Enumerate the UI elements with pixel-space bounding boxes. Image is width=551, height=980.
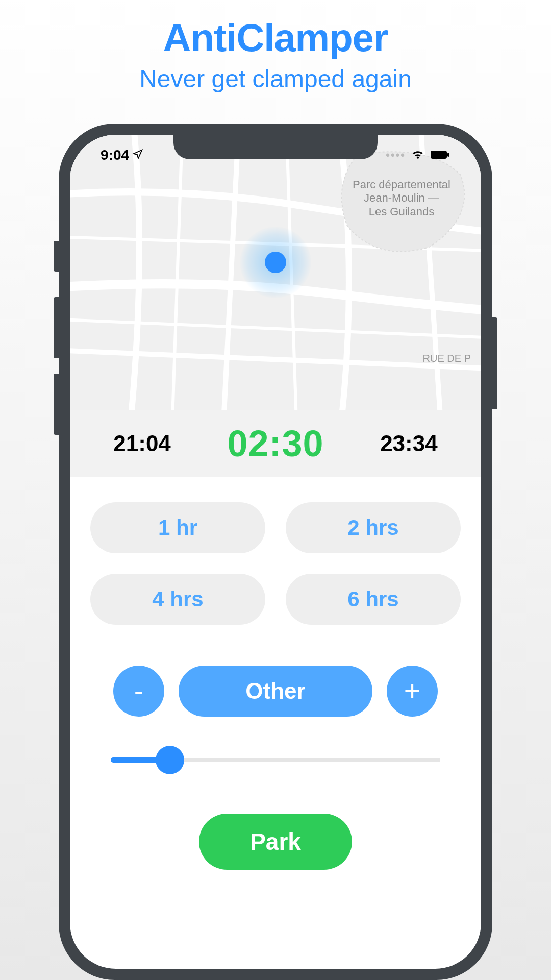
other-button[interactable]: Other (179, 666, 372, 717)
cellular-dots-icon: •••• (386, 149, 406, 162)
app-subtitle: Never get clamped again (139, 65, 412, 93)
svg-rect-0 (431, 151, 447, 159)
map-view[interactable]: Parc départemental Jean-Moulin — Les Gui… (70, 135, 481, 410)
preset-grid: 1 hr 2 hrs 4 hrs 6 hrs (70, 477, 481, 640)
map-street-label: RUE DE P (423, 353, 471, 364)
location-arrow-icon (132, 147, 143, 163)
end-time: 23:34 (380, 431, 438, 456)
wifi-icon (411, 147, 425, 163)
phone-notch (173, 135, 378, 159)
phone-screen: 9:04 •••• (70, 135, 481, 969)
map-park-label-line3: Les Guilands (353, 205, 450, 218)
start-time: 21:04 (113, 431, 171, 456)
map-park-label: Parc départemental Jean-Moulin — Les Gui… (353, 178, 450, 218)
phone-volume-up (54, 297, 59, 358)
other-row: - Other + (70, 640, 481, 732)
preset-4hrs-button[interactable]: 4 hrs (90, 574, 265, 625)
preset-2hrs-button[interactable]: 2 hrs (286, 502, 461, 553)
map-park-label-line2: Jean-Moulin — (353, 191, 450, 205)
preset-1hr-button[interactable]: 1 hr (90, 502, 265, 553)
app-title: AntiClamper (163, 15, 388, 60)
duration: 02:30 (227, 423, 323, 464)
phone-frame: 9:04 •••• (59, 124, 492, 980)
park-button[interactable]: Park (199, 814, 352, 870)
status-time: 9:04 (101, 147, 129, 163)
user-location-marker (240, 227, 311, 298)
decrement-button[interactable]: - (113, 666, 164, 717)
phone-volume-down (54, 374, 59, 435)
slider-thumb[interactable] (156, 746, 184, 774)
duration-slider[interactable] (70, 732, 481, 788)
battery-icon (430, 147, 450, 163)
phone-mute-switch (54, 241, 59, 272)
increment-button[interactable]: + (387, 666, 438, 717)
time-bar: 21:04 02:30 23:34 (70, 410, 481, 477)
phone-power-button (492, 317, 497, 409)
preset-6hrs-button[interactable]: 6 hrs (286, 574, 461, 625)
svg-rect-1 (447, 153, 449, 157)
map-park-label-line1: Parc départemental (353, 178, 450, 191)
